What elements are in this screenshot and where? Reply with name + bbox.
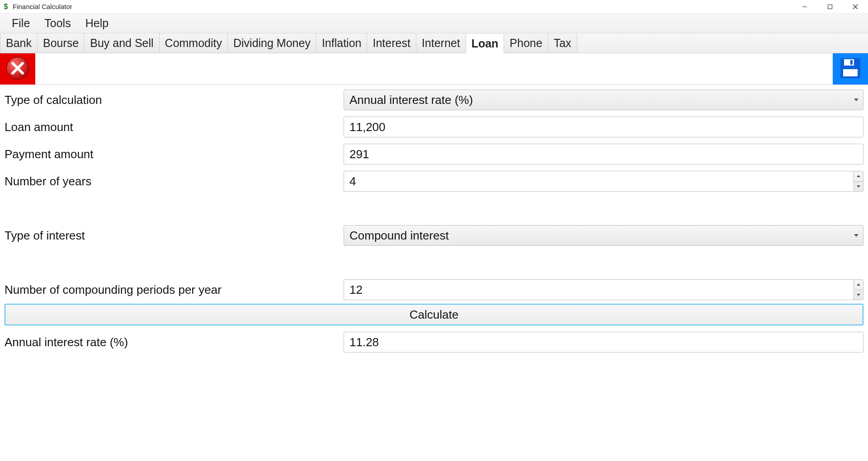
spinner-years (854, 171, 863, 192)
label-result: Annual interest rate (%) (5, 335, 344, 349)
spinner-years-down[interactable] (854, 181, 863, 192)
tab-phone[interactable]: Phone (504, 33, 548, 53)
row-payment-amount: Payment amount (5, 143, 863, 165)
chevron-down-icon (857, 185, 860, 188)
tab-bank[interactable]: Bank (0, 33, 38, 53)
svg-text:$: $ (4, 3, 8, 10)
spinner-periods (854, 279, 863, 300)
chevron-up-icon (857, 175, 860, 177)
svg-rect-14 (843, 69, 858, 76)
titlebar-controls (792, 0, 868, 14)
tabbar: Bank Bourse Buy and Sell Commodity Divid… (0, 33, 868, 53)
tab-inflation[interactable]: Inflation (316, 33, 368, 53)
select-type-of-calculation[interactable]: Annual interest rate (%) (344, 89, 863, 110)
menu-help[interactable]: Help (78, 15, 116, 32)
label-compounding-periods: Number of compounding periods per year (5, 283, 344, 297)
tab-internet[interactable]: Internet (416, 33, 466, 53)
label-type-of-calculation: Type of calculation (5, 93, 344, 107)
row-compounding-periods: Number of compounding periods per year (5, 278, 863, 301)
chevron-down-icon (854, 99, 859, 101)
tab-interest[interactable]: Interest (367, 33, 416, 53)
spinner-periods-up[interactable] (854, 280, 863, 290)
menubar: File Tools Help (0, 14, 868, 33)
row-type-of-interest: Type of interest Compound interest (5, 224, 863, 247)
titlebar-left: $ Financial Calculator (0, 3, 72, 11)
row-type-of-calculation: Type of calculation Annual interest rate… (5, 89, 863, 111)
maximize-button[interactable] (817, 0, 843, 14)
input-number-of-years[interactable] (344, 171, 854, 192)
tab-bourse[interactable]: Bourse (38, 33, 85, 53)
label-payment-amount: Payment amount (5, 147, 344, 161)
save-button[interactable] (833, 53, 868, 85)
spinner-years-up[interactable] (854, 171, 863, 181)
toolbar-spacer (35, 53, 833, 85)
tab-commodity[interactable]: Commodity (160, 33, 228, 53)
row-calculate: Calculate (5, 304, 863, 325)
menu-tools[interactable]: Tools (37, 15, 78, 32)
toolbar (0, 53, 868, 85)
tab-buy-and-sell[interactable]: Buy and Sell (85, 33, 159, 53)
input-result[interactable] (344, 332, 863, 353)
chevron-down-icon (857, 294, 860, 296)
row-result: Annual interest rate (%) (5, 331, 863, 353)
select-type-of-calculation-value: Annual interest rate (%) (349, 93, 473, 107)
app-icon: $ (2, 3, 10, 11)
chevron-down-icon (854, 234, 859, 237)
input-compounding-periods[interactable] (344, 279, 854, 300)
close-x-icon (5, 56, 30, 83)
label-loan-amount: Loan amount (5, 120, 344, 134)
tab-tax[interactable]: Tax (548, 33, 577, 53)
close-window-button[interactable] (843, 0, 868, 14)
tab-dividing-money[interactable]: Dividing Money (228, 33, 316, 53)
input-loan-amount[interactable] (344, 117, 863, 137)
clear-button[interactable] (0, 53, 35, 85)
label-number-of-years: Number of years (5, 174, 344, 188)
floppy-disk-icon (838, 56, 863, 83)
select-type-of-interest[interactable]: Compound interest (344, 225, 863, 246)
tab-loan[interactable]: Loan (466, 34, 505, 53)
chevron-up-icon (857, 283, 860, 286)
spinner-periods-down[interactable] (854, 290, 863, 300)
minimize-button[interactable] (792, 0, 817, 14)
form-area: Type of calculation Annual interest rate… (0, 85, 868, 353)
label-type-of-interest: Type of interest (5, 229, 344, 243)
calculate-button[interactable]: Calculate (5, 304, 863, 325)
window-title: Financial Calculator (13, 3, 72, 10)
svg-rect-13 (850, 60, 853, 65)
input-payment-amount[interactable] (344, 144, 863, 165)
row-loan-amount: Loan amount (5, 116, 863, 138)
svg-rect-2 (828, 5, 832, 9)
menu-file[interactable]: File (5, 15, 37, 32)
titlebar: $ Financial Calculator (0, 0, 868, 14)
select-type-of-interest-value: Compound interest (349, 229, 449, 243)
row-number-of-years: Number of years (5, 170, 863, 193)
